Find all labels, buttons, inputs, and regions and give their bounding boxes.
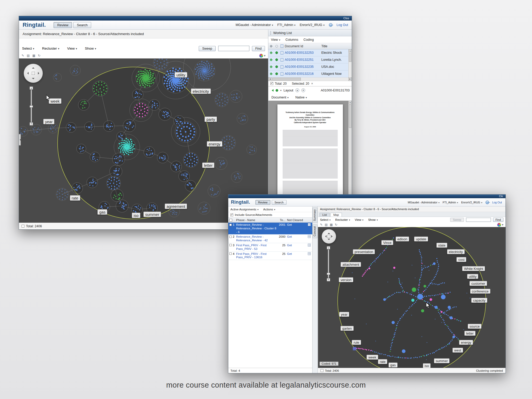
concept-label-utility[interactable]: utility	[175, 72, 187, 78]
pan-left-icon[interactable]	[26, 72, 29, 75]
open-map-icon[interactable]	[308, 223, 311, 226]
tab-search[interactable]: Search	[272, 200, 287, 205]
find-button[interactable]: Find	[493, 218, 503, 222]
assignment-row[interactable]: 2 Relevance_Review - Relevance_Review - …	[228, 235, 312, 243]
select-menu[interactable]: Select	[320, 218, 331, 221]
col-not-cleared[interactable]: Not Cleared	[287, 218, 303, 222]
side-tab-summary[interactable]: Summary	[312, 208, 317, 223]
panel-collapse-handle[interactable]	[19, 134, 21, 145]
nav-caret-icon[interactable]: ▾	[280, 89, 282, 92]
refresh-icon[interactable]: ↻	[335, 223, 337, 227]
close-link[interactable]: Clos	[343, 17, 349, 20]
close-link[interactable]: Clo	[499, 195, 503, 198]
zoom-slider[interactable]: ▲ ▼	[327, 246, 330, 281]
concept-label-week[interactable]: week	[367, 355, 378, 360]
show-menu[interactable]: Show	[85, 46, 96, 50]
wl-coding-menu[interactable]: Coding	[303, 38, 314, 42]
wl-view-menu[interactable]: View	[271, 38, 280, 42]
pages-icon[interactable]: ▤	[27, 54, 30, 57]
sweep-button[interactable]: Sweep	[199, 46, 215, 51]
drag-grip-icon[interactable]	[270, 31, 271, 35]
zoom-slider[interactable]: ▲ ▼	[29, 87, 33, 125]
tag-icon[interactable]: ✎	[320, 223, 323, 227]
assignment-name-link[interactable]: Relevance_Review - Relevance_Review - 42	[236, 235, 277, 242]
zoom-in-button[interactable]: ▲	[30, 87, 33, 90]
document-id-link[interactable]: A01000-E00132253	[285, 51, 321, 55]
pan-up-icon[interactable]	[32, 66, 35, 69]
zoom-track[interactable]	[328, 250, 329, 278]
open-map-icon[interactable]	[308, 235, 311, 238]
concept-label-capacity[interactable]: capacity	[471, 298, 487, 303]
pan-center-icon[interactable]	[327, 235, 330, 238]
col-title[interactable]: Title	[321, 44, 352, 48]
scroll-up-icon[interactable]: ▲	[349, 101, 352, 104]
col-phase-name[interactable]: Phase - Name	[236, 218, 277, 222]
concept-label-year[interactable]: year	[43, 119, 54, 124]
concept-label-agreement[interactable]: agreement	[165, 203, 187, 209]
cluster-map[interactable]: ▲ ▼ Coded: 971 Vinceedisonupdatestatepre…	[318, 227, 506, 368]
concept-label-iso[interactable]: iso	[132, 212, 140, 218]
chevron-down-icon[interactable]: ▾	[502, 223, 503, 227]
scroll-right-icon[interactable]: ▶	[348, 77, 352, 81]
zoom-track[interactable]	[31, 90, 32, 122]
get-link[interactable]: Get	[287, 235, 297, 238]
concept-label-rate[interactable]: rate	[70, 195, 80, 201]
chevron-down-icon[interactable]: ▾	[264, 54, 265, 57]
color-wheel-icon[interactable]	[497, 223, 501, 227]
zoom-in-button[interactable]: ▲	[327, 246, 330, 249]
document-id-link[interactable]: A01000-E00132216	[285, 72, 321, 76]
grid-icon[interactable]: ▦	[330, 223, 332, 227]
open-map-icon[interactable]	[308, 252, 311, 255]
concept-label-energy[interactable]: energy	[459, 340, 473, 345]
concept-label-presentation[interactable]: presentation	[353, 249, 375, 254]
concept-label-rate[interactable]: rate	[378, 359, 387, 364]
tab-list[interactable]: List	[320, 213, 330, 217]
total-checkbox[interactable]	[22, 225, 24, 228]
assignment-name-link[interactable]: Relevance_Review - Relevance_Review - Cl…	[236, 223, 277, 234]
row-checkbox[interactable]	[229, 244, 232, 246]
concept-label-customer[interactable]: customer	[470, 281, 487, 286]
recluster-menu[interactable]: Recluster	[335, 218, 350, 221]
pan-right-icon[interactable]	[38, 72, 41, 75]
assignment-name-link[interactable]: First Pass_PRIV - First Pass_PRIV - 53	[236, 244, 277, 251]
actions-menu[interactable]: Actions	[263, 208, 275, 211]
recluster-menu[interactable]: Recluster	[42, 46, 59, 50]
tab-native[interactable]: Native	[295, 96, 307, 99]
select-all-checkbox[interactable]	[270, 82, 273, 85]
concept-label-gas[interactable]: gas	[97, 209, 107, 215]
col-total[interactable]: To...	[277, 218, 287, 222]
logout-link[interactable]: Log Out	[492, 201, 502, 204]
assignment-row[interactable]: 4 First Pass_PRIV - First Pass_PRIV - 13…	[228, 252, 312, 260]
zoom-handle[interactable]	[327, 273, 330, 275]
row-checkbox[interactable]	[229, 224, 232, 226]
concept-label-white-knight[interactable]: White Knight	[462, 266, 485, 271]
find-button[interactable]: Find	[252, 46, 265, 51]
include-source-checkbox[interactable]	[230, 214, 233, 216]
concept-label-update[interactable]: update	[414, 237, 428, 242]
globe-icon[interactable]	[486, 201, 489, 204]
assignment-row[interactable]: 1 Relevance_Review - Relevance_Review - …	[228, 223, 312, 235]
pan-left-icon[interactable]	[324, 235, 327, 238]
scroll-left-icon[interactable]: ◀	[268, 77, 272, 81]
color-wheel-icon[interactable]	[259, 54, 263, 58]
concept-label-electricity[interactable]: electricity	[447, 249, 465, 254]
document-id-link[interactable]: A01000-E00132251	[285, 58, 321, 62]
relationships-icon[interactable]	[270, 65, 272, 68]
concept-label-source[interactable]: source	[468, 324, 481, 329]
pan-down-icon[interactable]	[328, 239, 330, 241]
table-row[interactable]: A01000-E00132235 USA.doc	[268, 63, 348, 70]
map-compass[interactable]	[322, 229, 336, 244]
find-input[interactable]	[218, 46, 249, 51]
concept-label-summer[interactable]: summer	[434, 358, 450, 363]
relationships-icon[interactable]	[270, 72, 272, 75]
concept-label-year[interactable]: year	[339, 312, 349, 317]
pan-up-icon[interactable]	[328, 231, 330, 234]
concept-label-state[interactable]: state	[436, 243, 447, 248]
assignment-row[interactable]: 3 First Pass_PRIV - First Pass_PRIV - 53…	[228, 243, 312, 252]
hscroll-thumb[interactable]	[272, 78, 301, 81]
table-row[interactable]: A01000-E00132216 Utilagent Now	[268, 70, 348, 77]
get-link[interactable]: Get	[287, 223, 297, 226]
row-checkbox[interactable]	[229, 236, 232, 238]
zoom-handle[interactable]	[30, 105, 33, 108]
database-menu[interactable]: EnronV2_IRUG	[461, 201, 482, 204]
